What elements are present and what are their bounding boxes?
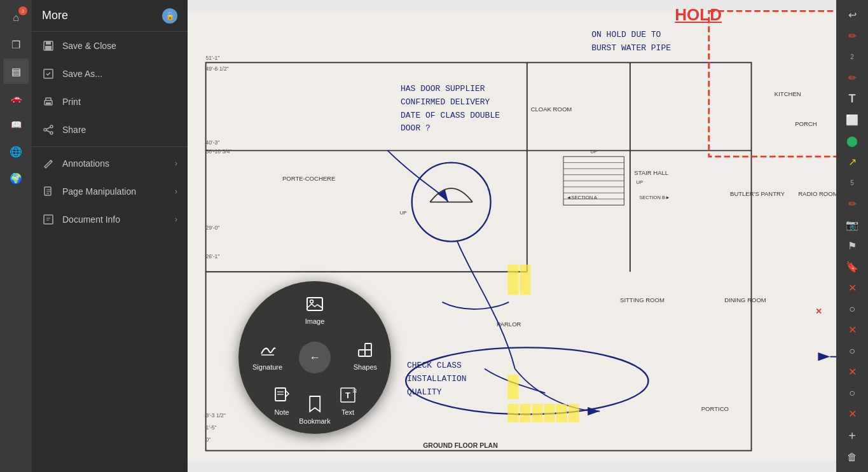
bookmark-button[interactable]: 🔖 bbox=[839, 257, 865, 277]
svg-text:49'-6 1/2": 49'-6 1/2" bbox=[206, 66, 229, 72]
radial-text-item[interactable]: T 12 Text bbox=[336, 384, 359, 416]
undo-button[interactable]: ↩ bbox=[839, 5, 865, 25]
svg-text:PORTICO: PORTICO bbox=[701, 405, 729, 412]
save-as-item[interactable]: Save As... bbox=[32, 60, 188, 88]
svg-point-7 bbox=[44, 128, 46, 131]
pencil2-icon: ✏ bbox=[848, 72, 857, 84]
save-as-icon bbox=[42, 67, 55, 80]
annotations-item[interactable]: Annotations › bbox=[32, 149, 188, 177]
circle2-button[interactable]: ○ bbox=[839, 299, 865, 319]
home-icon: ⌂ bbox=[13, 12, 19, 24]
text-t-button[interactable]: T bbox=[839, 89, 865, 109]
save-as-label: Save As... bbox=[62, 69, 177, 79]
copy-icon: ❐ bbox=[11, 39, 20, 51]
svg-text:3'-3 1/2": 3'-3 1/2" bbox=[206, 412, 226, 419]
globe-icon-btn[interactable]: 🌐 bbox=[3, 139, 29, 164]
pencil2-button[interactable]: ✏ bbox=[839, 68, 865, 88]
left-icon-strip: ⌂ 3 ❐ ▤ 🚗 📖 🌐 🌍 bbox=[0, 0, 32, 472]
flag-button[interactable]: ⚑ bbox=[839, 236, 865, 256]
rect-button[interactable]: ⬜ bbox=[839, 110, 865, 130]
blueprint-area[interactable]: CLOAK ROOM KITCHEN PORCH PORTE-COCHERE S… bbox=[188, 0, 836, 472]
pencil1-button[interactable]: ✏ bbox=[839, 26, 865, 46]
pencil3-button[interactable]: ✏ bbox=[839, 194, 865, 214]
svg-text:UP: UP bbox=[636, 179, 643, 185]
on-hold-annotation: ON HOLD DUE TOBURST WATER PIPE bbox=[591, 29, 671, 55]
document-info-label: Document Info bbox=[62, 214, 167, 225]
flag-icon: ⚑ bbox=[848, 240, 857, 252]
trash-button[interactable]: 🗑 bbox=[839, 447, 865, 467]
svg-text:UP: UP bbox=[400, 210, 407, 216]
arrow-button[interactable]: ↗ bbox=[839, 152, 865, 172]
circle-button[interactable]: ⬤ bbox=[839, 131, 865, 151]
annotations-label: Annotations bbox=[62, 158, 167, 169]
image-label: Image bbox=[305, 317, 325, 325]
svg-rect-79 bbox=[365, 344, 371, 350]
home-icon-btn[interactable]: ⌂ 3 bbox=[3, 5, 29, 31]
svg-rect-62 bbox=[556, 404, 567, 422]
page-manipulation-item[interactable]: Page Manipulation › bbox=[32, 177, 188, 205]
svg-rect-5 bbox=[46, 102, 51, 104]
radial-bookmark-item[interactable]: Bookmark bbox=[299, 392, 331, 425]
radial-note-item[interactable]: Note bbox=[270, 384, 293, 416]
print-item[interactable]: Print bbox=[32, 88, 188, 116]
annotations-icon bbox=[42, 157, 55, 170]
circle3-button[interactable]: ○ bbox=[839, 341, 865, 361]
svg-rect-57 bbox=[507, 404, 518, 422]
sidebar-header: More 🔒 bbox=[32, 0, 188, 32]
save-close-item[interactable]: Save & Close bbox=[32, 32, 188, 60]
page-manipulation-chevron: › bbox=[175, 187, 177, 196]
radial-image-item[interactable]: Image bbox=[303, 293, 326, 325]
signature-label: Signature bbox=[252, 363, 282, 371]
doc-icon-btn[interactable]: ▤ bbox=[3, 59, 29, 84]
document-info-item[interactable]: Document Info › bbox=[32, 205, 188, 233]
svg-text:T: T bbox=[345, 391, 350, 400]
svg-text:51'-1": 51'-1" bbox=[206, 55, 220, 61]
camera-icon: 📷 bbox=[846, 219, 858, 231]
radial-shapes-item[interactable]: Shapes bbox=[354, 338, 377, 371]
x4-icon: ✕ bbox=[848, 408, 857, 420]
x1-button[interactable]: ✕ bbox=[839, 278, 865, 298]
svg-text:CLOAK ROOM: CLOAK ROOM bbox=[531, 106, 572, 113]
svg-text:12: 12 bbox=[352, 389, 357, 393]
svg-text:STAIR HALL: STAIR HALL bbox=[634, 169, 668, 176]
svg-point-8 bbox=[50, 132, 53, 134]
radial-back-button[interactable]: ← bbox=[299, 342, 331, 373]
print-icon bbox=[42, 95, 55, 108]
svg-rect-59 bbox=[520, 404, 530, 422]
x1-icon: ✕ bbox=[848, 282, 857, 294]
svg-text:26'-1": 26'-1" bbox=[206, 253, 220, 260]
share-item[interactable]: Share bbox=[32, 116, 188, 144]
svg-text:UP: UP bbox=[590, 149, 597, 155]
radial-signature-item[interactable]: Signature bbox=[252, 338, 282, 371]
doc-icon: ▤ bbox=[11, 66, 21, 78]
x4-button[interactable]: ✕ bbox=[839, 404, 865, 424]
svg-rect-55 bbox=[507, 265, 518, 295]
text-icon: T 12 bbox=[336, 384, 359, 406]
earth-icon-btn[interactable]: 🌍 bbox=[3, 165, 29, 191]
svg-text:40'-3": 40'-3" bbox=[206, 139, 220, 146]
note-label: Note bbox=[274, 408, 289, 416]
add-button[interactable]: + bbox=[839, 426, 865, 446]
circle-icon: ⬤ bbox=[846, 135, 858, 147]
image-icon bbox=[303, 293, 326, 316]
svg-point-77 bbox=[310, 300, 313, 303]
sidebar-title: More bbox=[42, 9, 162, 22]
x2-button[interactable]: ✕ bbox=[839, 320, 865, 340]
document-info-chevron: › bbox=[175, 215, 177, 224]
vehicle-icon-btn[interactable]: 🚗 bbox=[3, 85, 29, 111]
svg-text:✕: ✕ bbox=[815, 307, 822, 316]
rect-icon: ⬜ bbox=[846, 114, 858, 126]
book-icon-btn[interactable]: 📖 bbox=[3, 112, 29, 137]
x3-button[interactable]: ✕ bbox=[839, 362, 865, 382]
svg-text:RADIO ROOM: RADIO ROOM bbox=[798, 190, 836, 197]
svg-text:BUTLER'S PANTRY: BUTLER'S PANTRY bbox=[730, 190, 785, 197]
hold-annotation: HOLD bbox=[675, 5, 722, 25]
copy-icon-btn[interactable]: ❐ bbox=[3, 32, 29, 57]
circle4-button[interactable]: ○ bbox=[839, 383, 865, 403]
pencil1-icon: ✏ bbox=[848, 30, 857, 42]
svg-rect-61 bbox=[544, 404, 555, 422]
number2-button: 2 bbox=[839, 47, 865, 67]
svg-rect-10 bbox=[44, 215, 53, 224]
vehicle-icon: 🚗 bbox=[11, 93, 22, 103]
camera-button[interactable]: 📷 bbox=[839, 215, 865, 235]
